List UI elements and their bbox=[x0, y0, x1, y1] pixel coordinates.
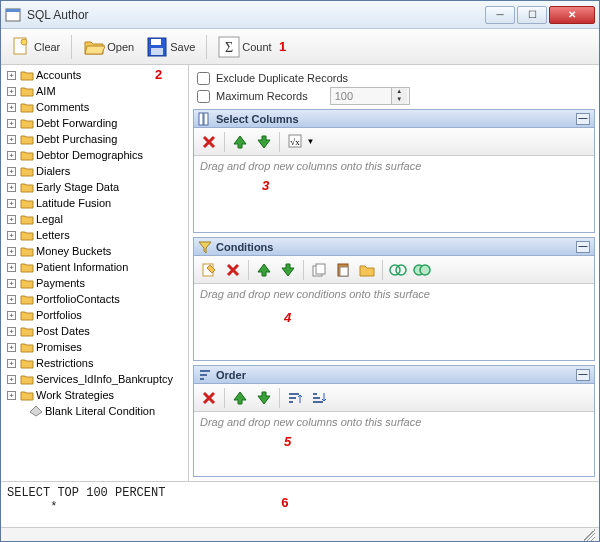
tree-item[interactable]: +Letters bbox=[3, 227, 186, 243]
expand-icon[interactable]: + bbox=[7, 151, 16, 160]
expand-icon[interactable]: + bbox=[7, 183, 16, 192]
expand-icon[interactable]: + bbox=[7, 231, 16, 240]
delete-button[interactable] bbox=[198, 387, 220, 409]
maxrec-spinner[interactable]: ▲ ▼ bbox=[330, 87, 410, 105]
expand-icon[interactable]: + bbox=[7, 263, 16, 272]
maximize-button[interactable]: ☐ bbox=[517, 6, 547, 24]
collapse-icon[interactable]: — bbox=[576, 113, 590, 125]
paste-button[interactable] bbox=[332, 259, 354, 281]
tree-item[interactable]: +Legal bbox=[3, 211, 186, 227]
maxrec-input[interactable] bbox=[331, 90, 391, 102]
group-and-button[interactable] bbox=[387, 259, 409, 281]
sort-asc-button[interactable] bbox=[284, 387, 306, 409]
exclude-checkbox[interactable] bbox=[197, 72, 210, 85]
expand-icon[interactable]: + bbox=[7, 375, 16, 384]
expand-icon[interactable]: + bbox=[7, 167, 16, 176]
move-down-button[interactable] bbox=[277, 259, 299, 281]
move-up-button[interactable] bbox=[229, 131, 251, 153]
expand-icon[interactable]: + bbox=[7, 343, 16, 352]
tree-item[interactable]: +Comments bbox=[3, 99, 186, 115]
spin-up-icon[interactable]: ▲ bbox=[392, 88, 407, 96]
tree-item[interactable]: +Accounts bbox=[3, 67, 186, 83]
expand-icon[interactable]: + bbox=[7, 103, 16, 112]
open-button[interactable]: Open bbox=[78, 33, 139, 61]
tree-item[interactable]: +Restrictions bbox=[3, 355, 186, 371]
expand-icon[interactable]: + bbox=[7, 135, 16, 144]
tree-item[interactable]: +Early Stage Data bbox=[3, 179, 186, 195]
delete-button[interactable] bbox=[198, 131, 220, 153]
folder-button[interactable] bbox=[356, 259, 378, 281]
tree-item[interactable]: +Work Strategies bbox=[3, 387, 186, 403]
delete-button[interactable] bbox=[222, 259, 244, 281]
tree-item[interactable]: +Debt Purchasing bbox=[3, 131, 186, 147]
tree-item-label: Early Stage Data bbox=[36, 181, 119, 193]
order-drop[interactable]: Drag and drop new columns onto this surf… bbox=[194, 412, 594, 476]
tree-item[interactable]: +Patient Information bbox=[3, 259, 186, 275]
sort-desc-button[interactable] bbox=[308, 387, 330, 409]
order-icon bbox=[198, 368, 212, 382]
group-or-button[interactable] bbox=[411, 259, 433, 281]
aggregate-button[interactable]: √x ▼ bbox=[284, 131, 318, 153]
expand-icon[interactable]: + bbox=[7, 119, 16, 128]
separator bbox=[382, 260, 383, 280]
edit-button[interactable] bbox=[198, 259, 220, 281]
expand-icon[interactable]: + bbox=[7, 215, 16, 224]
titlebar[interactable]: SQL Author ─ ☐ ✕ bbox=[1, 1, 599, 29]
clear-button[interactable]: Clear bbox=[5, 33, 65, 61]
expand-icon[interactable]: + bbox=[7, 295, 16, 304]
expand-icon[interactable]: + bbox=[7, 279, 16, 288]
resize-grip-icon[interactable] bbox=[583, 529, 595, 541]
tree-item[interactable]: +PortfolioContacts bbox=[3, 291, 186, 307]
separator bbox=[248, 260, 249, 280]
move-down-button[interactable] bbox=[253, 131, 275, 153]
tree-item[interactable]: +Payments bbox=[3, 275, 186, 291]
spin-down-icon[interactable]: ▼ bbox=[392, 96, 407, 104]
minimize-button[interactable]: ─ bbox=[485, 6, 515, 24]
expand-icon[interactable]: + bbox=[7, 71, 16, 80]
tree-item-label: Dialers bbox=[36, 165, 70, 177]
tree-item[interactable]: +Latitude Fusion bbox=[3, 195, 186, 211]
move-up-button[interactable] bbox=[229, 387, 251, 409]
maxrec-checkbox[interactable] bbox=[197, 90, 210, 103]
conditions-panel: Conditions — bbox=[193, 237, 595, 361]
expand-icon[interactable]: + bbox=[7, 391, 16, 400]
expand-icon[interactable]: + bbox=[7, 311, 16, 320]
conditions-header[interactable]: Conditions — bbox=[194, 238, 594, 256]
copy-button[interactable] bbox=[308, 259, 330, 281]
exclude-label: Exclude Duplicate Records bbox=[216, 72, 348, 84]
move-up-button[interactable] bbox=[253, 259, 275, 281]
category-tree[interactable]: 2 +Accounts+AIM+Comments+Debt Forwarding… bbox=[1, 65, 189, 481]
expand-icon[interactable]: + bbox=[7, 327, 16, 336]
svg-rect-5 bbox=[151, 39, 161, 45]
expand-icon[interactable]: + bbox=[7, 87, 16, 96]
tree-item[interactable]: +Debtor Demographics bbox=[3, 147, 186, 163]
conditions-drop[interactable]: Drag and drop new conditions onto this s… bbox=[194, 284, 594, 360]
select-columns-header[interactable]: Select Columns — bbox=[194, 110, 594, 128]
folder-icon bbox=[20, 229, 34, 241]
count-button[interactable]: Σ Count bbox=[213, 33, 276, 61]
save-button[interactable]: Save bbox=[141, 33, 200, 61]
collapse-icon[interactable]: — bbox=[576, 241, 590, 253]
spinner-buttons[interactable]: ▲ ▼ bbox=[391, 88, 407, 104]
folder-icon bbox=[20, 341, 34, 353]
tree-item[interactable]: +Money Buckets bbox=[3, 243, 186, 259]
close-button[interactable]: ✕ bbox=[549, 6, 595, 24]
tree-item[interactable]: +Services_IdInfo_Bankruptcy bbox=[3, 371, 186, 387]
tree-child-item[interactable]: Blank Literal Condition bbox=[3, 403, 186, 419]
tree-item[interactable]: +Post Dates bbox=[3, 323, 186, 339]
tree-item[interactable]: +Dialers bbox=[3, 163, 186, 179]
order-header[interactable]: Order — bbox=[194, 366, 594, 384]
expand-icon[interactable]: + bbox=[7, 359, 16, 368]
move-down-button[interactable] bbox=[253, 387, 275, 409]
expand-icon[interactable]: + bbox=[7, 247, 16, 256]
tree-item[interactable]: +AIM bbox=[3, 83, 186, 99]
expand-icon[interactable]: + bbox=[7, 199, 16, 208]
tree-item[interactable]: +Portfolios bbox=[3, 307, 186, 323]
tree-item-label: Patient Information bbox=[36, 261, 128, 273]
tree-item[interactable]: +Promises bbox=[3, 339, 186, 355]
select-columns-drop[interactable]: Drag and drop new columns onto this surf… bbox=[194, 156, 594, 232]
maxrec-label: Maximum Records bbox=[216, 90, 308, 102]
sql-text-pane[interactable]: SELECT TOP 100 PERCENT *6 bbox=[1, 481, 599, 527]
tree-item[interactable]: +Debt Forwarding bbox=[3, 115, 186, 131]
collapse-icon[interactable]: — bbox=[576, 369, 590, 381]
